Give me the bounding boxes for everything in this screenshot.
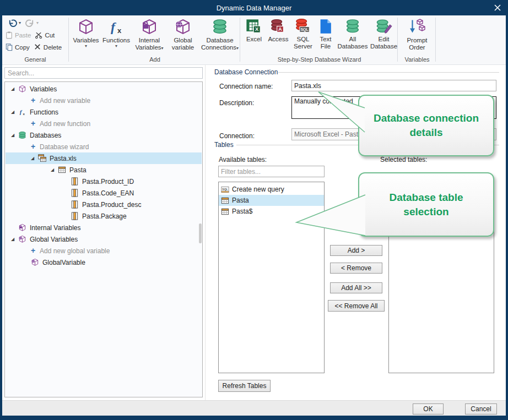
expander-icon[interactable]: ◢ [11,110,18,114]
expander-icon[interactable]: ◢ [31,156,38,161]
redo-dropdown-icon[interactable]: ▾ [36,21,39,25]
plus-icon: + [31,143,38,151]
access-database-icon [270,18,287,35]
global-variable-button[interactable]: Global variable [167,17,199,56]
redo-button[interactable]: ▾ [25,18,39,28]
prompt-order-button[interactable]: Prompt Order [400,17,434,56]
remove-all-button[interactable]: << Remove All [328,300,385,312]
tree-item-pasta-xls[interactable]: ◢ Pasta.xls [6,152,202,164]
expander-icon[interactable]: ◢ [11,133,18,138]
text-file-label-1: Text [320,36,331,43]
edit-database-button[interactable]: Edit Database [369,17,398,56]
section-header-database-connection: Database Connection [214,68,278,76]
plus-icon: + [31,96,38,105]
access-wizard-button[interactable]: Access [266,17,291,56]
all-databases-label-1: All [349,36,356,43]
global-variable-globe-cube-icon [174,18,192,36]
ribbon-group-wizard: Excel Access SQL Server Text File [241,15,397,64]
tree-item-pasta-code-ean[interactable]: Pasta.Code_EAN [6,187,202,199]
prompt-order-label-1: Prompt [407,37,427,44]
tree-item-functions[interactable]: ◢ Functions [6,106,202,118]
expander-icon[interactable]: ◢ [11,237,18,242]
text-file-wizard-button[interactable]: Text File [315,17,336,56]
expander-icon[interactable]: ◢ [11,86,18,91]
prompt-order-label-2: Order [409,44,425,51]
access-label: Access [268,36,288,43]
variables-dropdown-icon: ▾ [85,44,87,48]
expander-icon[interactable]: ◢ [51,167,58,172]
tree-item-globalvariable[interactable]: GlobalVariable [6,257,202,268]
variables-button[interactable]: Variables ▾ [71,17,101,56]
copy-button[interactable]: Copy [5,43,30,51]
internal-variables-label-2: Variables▾ [135,44,163,51]
all-databases-icon [344,18,361,35]
tree-item-pasta-product-id[interactable]: Pasta.Product_ID [6,176,202,187]
section-line [278,72,499,73]
sql-server-wizard-button[interactable]: SQL Server [291,17,315,56]
global-variable-label-2: variable [172,44,194,51]
column-icon [71,177,79,186]
text-file-label-2: File [321,43,331,50]
available-tables-label: Available tables: [219,156,267,163]
ribbon-group-variables: Prompt Order Variables [399,15,435,64]
cancel-button[interactable]: Cancel [465,403,497,414]
tree-item-add-new-global-variable[interactable]: + Add new global variable [6,245,202,257]
sql-query-icon [221,186,229,194]
undo-button[interactable]: ▾ [8,18,21,28]
remove-button[interactable]: < Remove [330,263,382,274]
cube-lock-icon [18,223,26,232]
tree-item-add-new-variable[interactable]: + Add new variable [6,95,202,106]
filter-tables-input[interactable] [218,166,325,177]
functions-button[interactable]: Functions ▾ [101,17,132,56]
paste-button[interactable]: Paste [5,31,31,39]
callout-database-table-selection: Database table selection [358,172,494,237]
text-file-icon [317,18,334,35]
ok-button[interactable]: OK [413,403,444,414]
functions-fx-icon [107,18,125,36]
connection-label: Connection: [219,132,255,140]
callout-text: Database connection details [367,111,485,139]
tree-item-internal-variables[interactable]: ◢ Internal Variables [6,222,202,233]
tree-item-databases[interactable]: ◢ Databases [6,129,202,141]
tree-item-global-variables[interactable]: ◢ Global Variables [6,233,202,245]
cut-label: Cut [45,32,55,39]
variables-cube-icon [77,18,95,36]
table-multi-icon [38,154,46,162]
database-connections-label-1: Database [206,37,233,44]
sql-server-label-2: Server [294,43,312,50]
edit-database-pencil-icon [376,18,392,35]
callout-tail-icon [292,187,366,242]
tree-item-database-wizard[interactable]: + Database wizard [6,141,202,152]
prompt-order-icon [408,18,426,36]
group-label-wizard: Step-by-Step Database Wizard [241,56,397,63]
selected-tables-label: Selected tables: [380,156,427,163]
column-icon [71,200,79,209]
add-all-button[interactable]: Add All >> [330,282,382,293]
callout-text: Database table selection [367,190,485,219]
paste-label: Paste [15,32,31,39]
undo-dropdown-icon[interactable]: ▾ [19,21,21,25]
tree-item-pasta-product-desc[interactable]: Pasta.Product_desc [6,199,202,210]
excel-wizard-button[interactable]: Excel [242,17,266,56]
internal-variables-button[interactable]: Internal Variables▾ [132,17,167,56]
add-button[interactable]: Add > [330,245,382,256]
tree-item-pasta-package[interactable]: Pasta.Package [6,210,202,222]
delete-button[interactable]: Delete [34,43,62,51]
cut-button[interactable]: Cut [35,31,55,39]
callout-database-connection-details: Database connection details [358,95,494,156]
database-connections-button[interactable]: Database Connections▾ [199,17,241,56]
window-border-left [0,15,2,420]
panel-divider [205,65,206,400]
refresh-tables-button[interactable]: Refresh Tables [218,380,271,392]
tree-item-pasta-table[interactable]: ◢ Pasta [6,164,202,176]
search-input[interactable] [4,67,203,79]
all-databases-button[interactable]: All Databases [336,17,369,56]
functions-dropdown-icon: ▾ [115,44,117,48]
table-icon [221,208,229,216]
close-icon[interactable] [494,4,501,12]
tree-item-variables[interactable]: ◢ Variables [6,83,202,95]
tree-item-add-new-function[interactable]: + Add new function [6,118,202,129]
tree-scrollbar-thumb[interactable] [199,223,202,243]
connection-name-label: Connection name: [219,83,273,90]
description-label: Description: [219,99,254,107]
